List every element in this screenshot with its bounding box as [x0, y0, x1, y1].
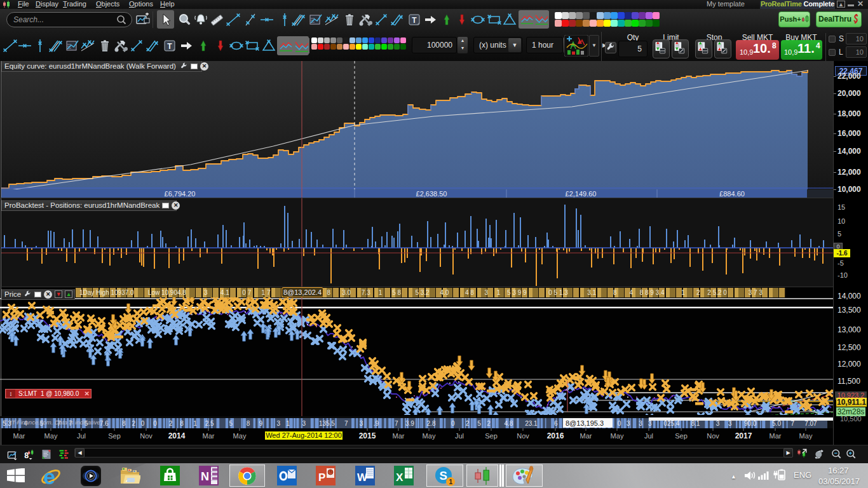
svg-text:0: 0: [153, 420, 157, 427]
svg-text:3: 3: [639, 420, 642, 427]
svg-text:4.8: 4.8: [504, 420, 513, 427]
svg-text:7: 7: [344, 420, 348, 427]
svg-text:2.5: 2.5: [205, 420, 214, 427]
svg-text:3.9: 3.9: [405, 420, 414, 427]
svg-text:£2,149.60: £2,149.60: [566, 190, 597, 198]
svg-text:S: S: [440, 469, 448, 482]
svg-text:0: 0: [451, 420, 455, 427]
svg-text:X: X: [396, 471, 403, 484]
svg-text:7: 7: [395, 420, 398, 427]
svg-text:025.4: 025.4: [663, 420, 679, 427]
svg-text:6: 6: [554, 420, 558, 427]
svg-text:8: 8: [122, 420, 126, 427]
svg-text:© IT-Finance.com. Data is indi: © IT-Finance.com. Data is indicative: [4, 419, 100, 426]
svg-text:0: 0: [618, 420, 621, 427]
svg-text:0: 0: [141, 420, 145, 427]
svg-text:8.1: 8.1: [691, 420, 700, 427]
svg-text:W: W: [357, 471, 368, 484]
svg-text:3: 3: [360, 420, 363, 427]
svg-text:2: 2: [466, 420, 470, 427]
svg-text:135.5: 135.5: [319, 420, 335, 427]
svg-text:3: 3: [648, 420, 652, 427]
svg-text:3: 3: [716, 420, 720, 427]
svg-text:2: 2: [169, 420, 173, 427]
svg-text:.9: .9: [374, 420, 379, 427]
svg-text:8@13,195.3: 8@13,195.3: [566, 419, 604, 427]
svg-text:90.0: 90.0: [744, 420, 757, 427]
svg-text:8: 8: [247, 420, 250, 427]
svg-text:3: 3: [276, 420, 280, 427]
svg-text:7.07: 7.07: [804, 420, 817, 427]
svg-text:7.6: 7.6: [100, 420, 109, 427]
svg-text:£884.60: £884.60: [719, 190, 745, 198]
svg-text:5.0: 5.0: [772, 420, 781, 427]
svg-text:2.8: 2.8: [427, 420, 436, 427]
svg-text:8: 8: [180, 420, 184, 427]
svg-text:e: e: [43, 464, 55, 487]
svg-text:5: 5: [477, 420, 481, 427]
svg-text:£2,638.50: £2,638.50: [416, 190, 447, 198]
svg-text:5: 5: [229, 420, 233, 427]
svg-text:1: 1: [193, 420, 197, 427]
svg-text:3: 3: [302, 420, 306, 427]
svg-text:2: 2: [487, 420, 491, 427]
svg-text:P: P: [318, 471, 325, 484]
svg-text:N: N: [201, 470, 209, 483]
svg-text:7: 7: [790, 420, 794, 427]
svg-text:2: 2: [132, 420, 135, 427]
svg-text:£6,794.20: £6,794.20: [165, 190, 196, 198]
svg-text:9: 9: [259, 420, 262, 427]
svg-text:1: 1: [449, 478, 453, 485]
svg-text:23.1: 23.1: [525, 420, 538, 427]
svg-text:3: 3: [728, 420, 732, 427]
svg-text:3: 3: [627, 420, 630, 427]
svg-text:1: 1: [286, 420, 290, 427]
